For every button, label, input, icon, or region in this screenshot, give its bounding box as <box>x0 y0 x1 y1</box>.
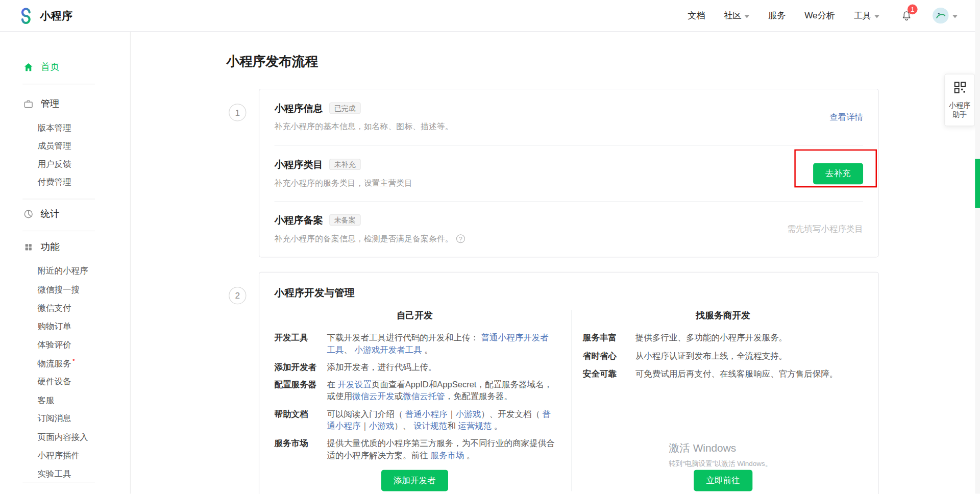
sidebar-item[interactable]: 微信搜一搜 <box>0 277 130 295</box>
sidebar-item[interactable]: 硬件设备 <box>0 369 130 388</box>
text-segment: ，免配置服务器。 <box>445 392 512 401</box>
sidebar-item[interactable]: 用户反馈 <box>0 155 130 174</box>
assistant-label-line: 小程序 <box>947 101 972 110</box>
sidebar-item-label: 硬件设备 <box>37 377 71 386</box>
vendor-row-desc: 提供多行业、多功能的小程序开发服务。 <box>635 332 863 343</box>
vendor-dev-column: 找服务商开发 服务丰富 提供多行业、多功能的小程序开发服务。 省时省心 从小程序… <box>571 310 878 491</box>
text-segment: 添加开发者，进行代码上传。 <box>327 362 436 372</box>
sidebar-section-label: 统计 <box>41 208 60 219</box>
inline-link[interactable]: 运营规范 <box>458 421 492 430</box>
view-details-link[interactable]: 查看详情 <box>829 112 863 123</box>
divider <box>22 231 95 231</box>
dev-manage-card: 小程序开发与管理 自己开发 开发工具 下载开发者工具进行代码的开发和上传： 普通… <box>259 272 879 494</box>
notification-bell[interactable]: 1 <box>901 10 913 21</box>
vendor-row: 安全可靠 可免费试用后再支付、在线客服响应、官方售后保障。 <box>583 368 863 380</box>
account-menu[interactable] <box>933 8 958 24</box>
dev-columns: 自己开发 开发工具 下载开发者工具进行代码的开发和上传： 普通小程序开发者工具、… <box>259 310 878 491</box>
vendor-row-label: 安全可靠 <box>583 368 635 380</box>
go-now-button[interactable]: 立即前往 <box>694 470 752 491</box>
sidebar-item[interactable]: 小程序插件 <box>0 443 130 461</box>
inline-link[interactable]: 小游戏开发者工具 <box>355 345 422 354</box>
dev-row: 配置服务器 在 开发设置页面查看AppID和AppSecret，配置服务器域名，… <box>275 379 555 403</box>
briefcase-icon <box>22 98 34 109</box>
sidebar-section-stats[interactable]: 统计 <box>0 206 130 222</box>
sidebar-item[interactable]: 附近的小程序 <box>0 259 130 277</box>
sidebar-item[interactable]: 体验评价 <box>0 332 130 351</box>
vendor-rows: 服务丰富 提供多行业、多功能的小程序开发服务。 省时省心 从小程序认证到发布上线… <box>583 332 863 386</box>
category-row: 小程序类目未补充 补充小程序的服务类目，设置主营类目 去补充 <box>275 145 863 202</box>
sidebar-item-label: 订阅消息 <box>37 414 71 423</box>
sidebar-item[interactable]: 客服 <box>0 388 130 406</box>
inline-link[interactable]: 微信云开发 <box>352 392 395 401</box>
nav-label: 工具 <box>854 10 871 21</box>
inline-link[interactable]: 小游戏 <box>456 409 481 418</box>
dev-row-desc: 添加开发者，进行代码上传。 <box>327 361 554 373</box>
text-segment: 下载开发者工具进行代码的开发和上传： <box>327 333 481 342</box>
inline-link[interactable]: 普通小程序 <box>405 409 448 418</box>
brand-name: 小程序 <box>40 9 72 23</box>
grid-icon <box>22 242 34 251</box>
sidebar-item-home[interactable]: 首页 <box>0 59 130 75</box>
category-action-area: 去补充 <box>813 163 863 184</box>
category-row-left: 小程序类目未补充 补充小程序的服务类目，设置主营类目 <box>275 158 413 188</box>
sidebar-section-features[interactable]: 功能 <box>0 239 130 255</box>
header-nav: 文档 社区 服务 We分析 工具 1 <box>688 8 958 24</box>
text-segment: 可以阅读入门介绍（ <box>327 409 405 418</box>
sidebar-item[interactable]: 物流服务• <box>0 351 130 369</box>
vendor-row-label: 省时省心 <box>583 350 635 362</box>
top-header: 小程序 文档 社区 服务 We分析 工具 1 <box>0 0 980 32</box>
sidebar-item[interactable]: 订阅消息 <box>0 406 130 425</box>
sidebar-item-label: 小程序插件 <box>37 451 80 460</box>
inline-link[interactable]: 微信云托管 <box>403 392 445 401</box>
sidebar-item-label: 页面内容接入 <box>37 432 88 441</box>
sidebar-item-label: 物流服务 <box>37 358 71 367</box>
text-segment: ｜ <box>361 421 369 430</box>
fill-category-button[interactable]: 去补充 <box>813 163 863 184</box>
self-dev-action: 添加开发者 <box>275 470 555 491</box>
sidebar-item-label: 微信支付 <box>37 303 71 312</box>
sidebar-item-label: 客服 <box>37 395 54 404</box>
text-segment: ）、开发文档（ <box>481 409 542 418</box>
assistant-panel[interactable]: 小程序 助手 <box>944 73 975 126</box>
nav-community[interactable]: 社区 <box>724 10 749 21</box>
inline-link[interactable]: 开发设置 <box>338 380 372 389</box>
pie-chart-icon <box>22 208 34 219</box>
text-segment: 在 <box>327 380 337 389</box>
nav-label: 服务 <box>768 10 786 21</box>
divider <box>22 84 95 84</box>
inline-link[interactable]: 设计规范 <box>413 421 447 430</box>
add-developer-button[interactable]: 添加开发者 <box>381 470 448 491</box>
dev-row: 添加开发者 添加开发者，进行代码上传。 <box>275 361 555 373</box>
text-segment: 或 <box>395 392 403 401</box>
dev-row-label: 服务市场 <box>275 437 327 461</box>
sidebar-item[interactable]: 版本管理 <box>0 119 130 137</box>
divider <box>22 199 95 199</box>
help-icon[interactable]: ? <box>456 234 465 243</box>
dev-row: 服务市场 提供大量优质的小程序第三方服务，为不同行业的商家提供合适的小程序解决方… <box>275 437 555 461</box>
chevron-down-icon <box>874 15 879 18</box>
sidebar-item[interactable]: 成员管理 <box>0 137 130 155</box>
text-segment: 、 <box>344 345 354 354</box>
chevron-down-icon <box>745 15 750 18</box>
row-desc: 补充小程序的基本信息，如名称、图标、描述等。 <box>275 121 453 132</box>
nav-docs[interactable]: 文档 <box>688 10 705 21</box>
desc-text: 补充小程序的服务类目，设置主营类目 <box>275 177 413 188</box>
vendor-row-desc: 从小程序认证到发布上线，全流程支持。 <box>635 350 863 362</box>
sidebar-section-manage[interactable]: 管理 <box>0 95 130 112</box>
sidebar-item[interactable]: 页面内容接入 <box>0 425 130 443</box>
scrollbar-thumb[interactable] <box>975 159 980 208</box>
sidebar-item[interactable]: 购物订单 <box>0 314 130 332</box>
home-icon <box>22 62 34 72</box>
sidebar-item[interactable]: 微信支付 <box>0 295 130 314</box>
brand-logo[interactable]: 小程序 <box>17 7 72 24</box>
nav-tools[interactable]: 工具 <box>854 10 879 21</box>
inline-link[interactable]: 小游戏 <box>369 421 395 430</box>
nav-services[interactable]: 服务 <box>768 10 786 21</box>
inline-link[interactable]: 服务市场 <box>430 451 464 460</box>
vendor-row: 省时省心 从小程序认证到发布上线，全流程支持。 <box>583 350 863 362</box>
chevron-down-icon <box>952 15 958 18</box>
sidebar-item-label: 微信搜一搜 <box>37 285 80 294</box>
sidebar-item[interactable]: 实验工具 <box>0 461 130 480</box>
nav-we-analytics[interactable]: We分析 <box>804 10 835 21</box>
sidebar-item[interactable]: 付费管理 <box>0 173 130 191</box>
